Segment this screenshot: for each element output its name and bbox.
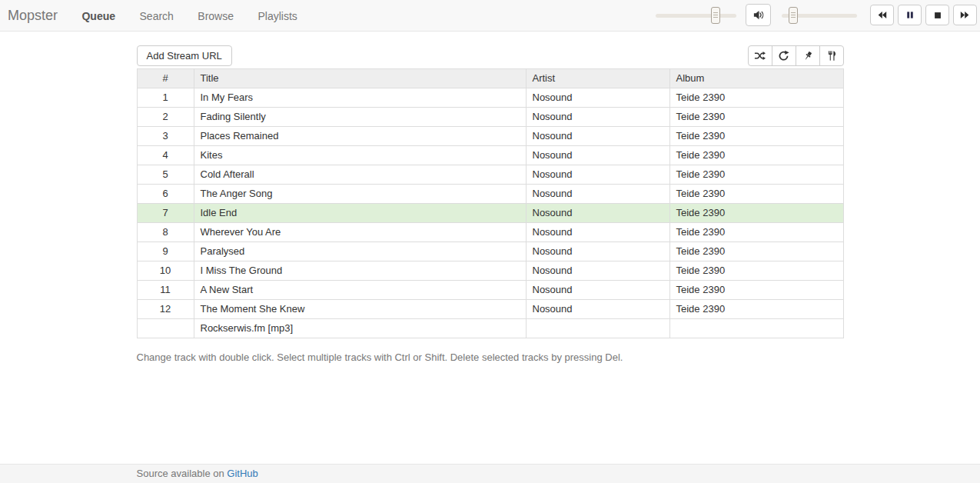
cell-title: A New Start: [194, 281, 526, 300]
cell-album: Teide 2390: [669, 223, 843, 242]
cell-artist: Nosound: [526, 88, 669, 108]
cell-album: [669, 319, 843, 338]
cell-title: Places Remained: [194, 127, 526, 146]
mute-button[interactable]: [746, 4, 771, 26]
cell-num: [137, 319, 194, 338]
cell-artist: [526, 319, 669, 338]
volume-slider-handle[interactable]: [789, 7, 798, 24]
shuffle-icon: [754, 50, 766, 62]
cell-artist: Nosound: [526, 146, 669, 165]
cell-num: 12: [137, 300, 194, 319]
seek-slider[interactable]: [656, 14, 736, 18]
stop-icon: [933, 11, 942, 20]
cell-album: Teide 2390: [669, 127, 843, 146]
table-row[interactable]: 6The Anger SongNosoundTeide 2390: [137, 185, 843, 204]
table-row[interactable]: 4KitesNosoundTeide 2390: [137, 146, 843, 165]
repeat-button[interactable]: [772, 45, 796, 66]
table-row[interactable]: 3Places RemainedNosoundTeide 2390: [137, 127, 843, 146]
nav-item-playlists[interactable]: Playlists: [257, 1, 297, 32]
cell-album: Teide 2390: [669, 261, 843, 281]
pause-icon: [905, 10, 915, 20]
cell-title: Idle End: [194, 204, 526, 223]
volume-slider[interactable]: [782, 14, 857, 18]
cell-artist: Nosound: [526, 165, 669, 185]
table-header-row: # Title Artist Album: [137, 69, 843, 88]
cell-title: Fading Silently: [194, 108, 526, 127]
cell-artist: Nosound: [526, 300, 669, 319]
table-row[interactable]: 9ParalysedNosoundTeide 2390: [137, 242, 843, 261]
cell-num: 3: [137, 127, 194, 146]
nav-item-browse[interactable]: Browse: [198, 1, 234, 32]
repeat-icon: [778, 50, 789, 62]
main-content: Add Stream URL: [137, 45, 844, 363]
cell-album: Teide 2390: [669, 165, 843, 185]
previous-button[interactable]: [870, 5, 894, 25]
table-row[interactable]: 12The Moment She KnewNosoundTeide 2390: [137, 300, 843, 319]
cell-title: In My Fears: [194, 88, 526, 108]
footer: Source available on GitHub: [0, 464, 980, 483]
cell-title: Kites: [194, 146, 526, 165]
cell-album: Teide 2390: [669, 146, 843, 165]
queue-table-body: 1In My FearsNosoundTeide 23902Fading Sil…: [137, 88, 843, 338]
table-row[interactable]: 11A New StartNosoundTeide 2390: [137, 281, 843, 300]
cell-artist: Nosound: [526, 223, 669, 242]
cell-artist: Nosound: [526, 127, 669, 146]
cell-artist: Nosound: [526, 261, 669, 281]
consume-button[interactable]: [819, 45, 844, 66]
single-button[interactable]: [796, 45, 820, 66]
cell-album: Teide 2390: [669, 88, 843, 108]
nav-item-search[interactable]: Search: [140, 1, 174, 32]
cell-album: Teide 2390: [669, 185, 843, 204]
playback-controls: [870, 5, 977, 25]
cell-artist: Nosound: [526, 204, 669, 223]
cell-album: Teide 2390: [669, 281, 843, 300]
column-header-album: Album: [669, 69, 843, 88]
cell-title: Wherever You Are: [194, 223, 526, 242]
table-row[interactable]: Rockserwis.fm [mp3]: [137, 319, 843, 338]
cell-num: 4: [137, 146, 194, 165]
github-link[interactable]: GitHub: [227, 468, 257, 479]
table-row[interactable]: 5Cold AfterallNosoundTeide 2390: [137, 165, 843, 185]
nav-item-queue[interactable]: Queue: [81, 1, 115, 32]
cell-num: 7: [137, 204, 194, 223]
pause-button[interactable]: [898, 5, 922, 25]
table-row[interactable]: 7Idle EndNosoundTeide 2390: [137, 204, 843, 223]
column-header-artist: Artist: [526, 69, 669, 88]
seek-slider-handle[interactable]: [711, 7, 720, 24]
table-row[interactable]: 10I Miss The GroundNosoundTeide 2390: [137, 261, 843, 281]
shuffle-button[interactable]: [748, 45, 772, 66]
cell-title: Cold Afterall: [194, 165, 526, 185]
table-row[interactable]: 1In My FearsNosoundTeide 2390: [137, 88, 843, 108]
help-text: Change track with double click. Select m…: [137, 351, 844, 363]
cell-num: 8: [137, 223, 194, 242]
add-stream-url-button[interactable]: Add Stream URL: [137, 45, 232, 66]
cell-album: Teide 2390: [669, 108, 843, 127]
cell-artist: Nosound: [526, 108, 669, 127]
cell-num: 11: [137, 281, 194, 300]
table-row[interactable]: 2Fading SilentlyNosoundTeide 2390: [137, 108, 843, 127]
cell-artist: Nosound: [526, 242, 669, 261]
cutlery-icon: [826, 50, 837, 62]
cell-title: The Anger Song: [194, 185, 526, 204]
brand-mopster[interactable]: Mopster: [8, 0, 58, 31]
forward-icon: [960, 10, 970, 20]
cell-num: 10: [137, 261, 194, 281]
cell-title: I Miss The Ground: [194, 261, 526, 281]
cell-title: The Moment She Knew: [194, 300, 526, 319]
cell-artist: Nosound: [526, 185, 669, 204]
table-row[interactable]: 8Wherever You AreNosoundTeide 2390: [137, 223, 843, 242]
cell-album: Teide 2390: [669, 204, 843, 223]
stop-button[interactable]: [925, 5, 949, 25]
pushpin-icon: [802, 51, 813, 62]
cell-num: 2: [137, 108, 194, 127]
next-button[interactable]: [953, 5, 977, 25]
column-header-title: Title: [194, 69, 526, 88]
cell-num: 1: [137, 88, 194, 108]
cell-num: 9: [137, 242, 194, 261]
cell-title: Rockserwis.fm [mp3]: [194, 319, 526, 338]
cell-num: 5: [137, 165, 194, 185]
cell-album: Teide 2390: [669, 300, 843, 319]
volume-up-icon: [752, 9, 764, 21]
column-header-num: #: [137, 69, 194, 88]
cell-num: 6: [137, 185, 194, 204]
